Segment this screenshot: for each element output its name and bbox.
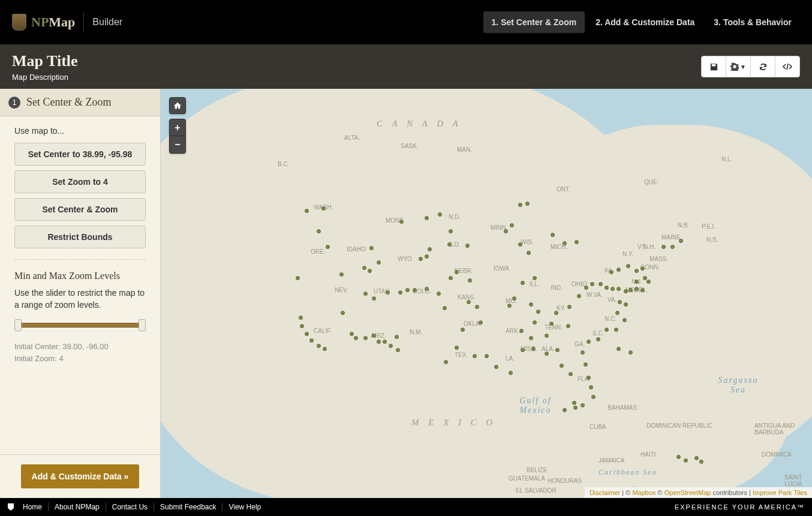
park-marker[interactable] <box>405 288 410 292</box>
park-marker[interactable] <box>449 276 453 280</box>
zoom-in-button[interactable]: + <box>169 119 186 136</box>
park-marker[interactable] <box>533 276 537 280</box>
park-marker[interactable] <box>679 239 683 243</box>
park-marker[interactable] <box>350 332 354 336</box>
park-marker[interactable] <box>321 206 326 211</box>
park-marker[interactable] <box>437 292 441 296</box>
park-marker[interactable] <box>634 280 639 284</box>
set-center-zoom-button[interactable]: Set Center & Zoom <box>14 198 146 221</box>
park-marker[interactable] <box>447 242 452 247</box>
park-marker[interactable] <box>510 223 514 227</box>
park-marker[interactable] <box>518 203 522 207</box>
park-marker[interactable] <box>389 344 393 348</box>
park-marker[interactable] <box>398 290 402 295</box>
zoom-out-button[interactable]: − <box>169 136 186 153</box>
park-marker[interactable] <box>605 286 609 290</box>
nav-step-1[interactable]: 1. Set Center & Zoom <box>483 11 585 33</box>
park-marker[interactable] <box>596 337 600 341</box>
park-marker[interactable] <box>467 300 471 304</box>
park-marker[interactable] <box>468 278 472 283</box>
footer-about[interactable]: About NPMap <box>49 503 106 511</box>
disclaimer-link[interactable]: Disclaimer <box>590 489 620 496</box>
park-marker[interactable] <box>438 212 442 217</box>
save-button[interactable] <box>701 56 726 77</box>
settings-button[interactable]: ▼ <box>726 56 751 77</box>
park-marker[interactable] <box>684 458 688 463</box>
park-marker[interactable] <box>419 257 423 261</box>
park-marker[interactable] <box>369 246 374 250</box>
park-marker[interactable] <box>634 269 639 273</box>
park-marker[interactable] <box>485 354 489 358</box>
park-marker[interactable] <box>628 288 633 292</box>
park-marker[interactable] <box>640 266 645 271</box>
park-marker[interactable] <box>624 302 628 307</box>
park-marker[interactable] <box>305 332 309 336</box>
park-marker[interactable] <box>305 209 309 213</box>
park-marker[interactable] <box>590 282 594 286</box>
park-marker[interactable] <box>317 229 321 233</box>
park-marker[interactable] <box>661 245 666 249</box>
slider-handle-min[interactable] <box>14 319 22 331</box>
park-marker[interactable] <box>473 354 477 358</box>
park-marker[interactable] <box>317 344 321 348</box>
park-marker[interactable] <box>694 456 699 460</box>
nav-step-3[interactable]: 3. Tools & Behavior <box>705 11 800 33</box>
park-marker[interactable] <box>554 311 558 315</box>
park-marker[interactable] <box>609 270 613 274</box>
park-marker[interactable] <box>584 286 588 290</box>
park-marker[interactable] <box>363 336 368 340</box>
park-marker[interactable] <box>377 340 381 344</box>
park-marker[interactable] <box>512 296 516 301</box>
set-center-button[interactable]: Set Center to 38.99, -95.98 <box>14 143 146 166</box>
park-marker[interactable] <box>299 316 303 320</box>
park-marker[interactable] <box>626 264 630 268</box>
refresh-button[interactable] <box>750 56 775 77</box>
park-marker[interactable] <box>428 247 432 251</box>
park-marker[interactable] <box>643 276 647 280</box>
park-marker[interactable] <box>354 336 358 340</box>
park-marker[interactable] <box>549 322 554 326</box>
park-marker[interactable] <box>616 268 621 272</box>
park-marker[interactable] <box>551 233 555 237</box>
park-marker[interactable] <box>518 242 522 247</box>
park-marker[interactable] <box>519 329 524 333</box>
osm-link[interactable]: OpenStreetMap <box>664 489 711 496</box>
park-marker[interactable] <box>465 244 470 248</box>
park-marker[interactable] <box>341 311 345 315</box>
park-marker[interactable] <box>383 340 387 344</box>
park-marker[interactable] <box>572 401 576 405</box>
park-marker[interactable] <box>563 408 567 412</box>
park-marker[interactable] <box>386 290 390 295</box>
zoom-range-slider[interactable] <box>14 319 146 332</box>
home-button[interactable] <box>169 97 186 114</box>
park-marker[interactable] <box>699 460 703 464</box>
park-marker[interactable] <box>531 347 536 351</box>
improve-link[interactable]: Improve Park Tiles <box>753 489 807 496</box>
park-marker[interactable] <box>368 269 372 273</box>
park-marker[interactable] <box>521 281 525 285</box>
park-marker[interactable] <box>545 334 549 338</box>
park-marker[interactable] <box>567 305 572 309</box>
park-marker[interactable] <box>372 334 376 338</box>
park-marker[interactable] <box>610 287 615 291</box>
park-marker[interactable] <box>566 324 570 328</box>
next-step-button[interactable]: Add & Customize Data » <box>21 464 140 488</box>
park-marker[interactable] <box>589 385 593 389</box>
park-marker[interactable] <box>616 347 621 351</box>
set-zoom-button[interactable]: Set Zoom to 4 <box>14 170 146 193</box>
code-button[interactable] <box>775 56 800 77</box>
park-marker[interactable] <box>563 241 567 245</box>
map-title[interactable]: Map Title <box>12 52 78 70</box>
park-marker[interactable] <box>646 280 651 284</box>
park-marker[interactable] <box>509 371 513 375</box>
park-marker[interactable] <box>605 328 609 332</box>
park-marker[interactable] <box>527 251 531 255</box>
park-marker[interactable] <box>581 403 585 407</box>
footer-contact[interactable]: Contact Us <box>106 503 154 511</box>
park-marker[interactable] <box>323 347 327 351</box>
park-marker[interactable] <box>536 310 540 314</box>
park-marker[interactable] <box>425 254 429 259</box>
park-marker[interactable] <box>300 324 304 328</box>
park-marker[interactable] <box>396 348 400 352</box>
park-marker[interactable] <box>413 288 417 292</box>
